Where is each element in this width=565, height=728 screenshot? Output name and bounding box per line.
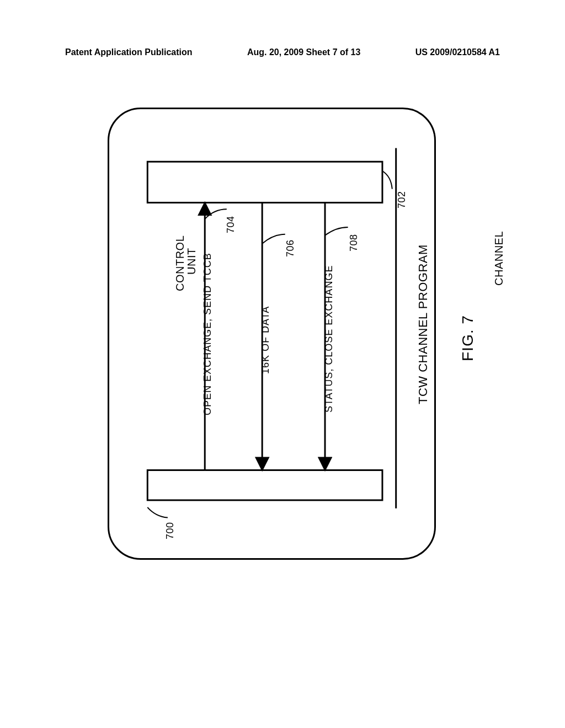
channel-label: CHANNEL [493, 231, 505, 286]
msg-data-label: 16K OF DATA [260, 306, 271, 374]
page: Patent Application Publication Aug. 20, … [0, 0, 565, 728]
header-center: Aug. 20, 2009 Sheet 7 of 13 [247, 47, 360, 57]
ref-704: 704 [225, 216, 237, 233]
ref-700: 700 [164, 522, 176, 539]
leader-708 [325, 227, 348, 235]
control-unit-box [147, 162, 382, 202]
leader-700 [147, 507, 168, 518]
figure-frame: TCW CHANNEL PROGRAM CHANNEL CONTROL UNIT… [108, 108, 436, 560]
leader-706 [262, 234, 285, 244]
ref-706: 706 [285, 239, 296, 257]
leader-702 [382, 171, 392, 189]
channel-box [147, 470, 382, 500]
control-unit-label-line1: CONTROL [174, 235, 186, 291]
msg-status-label: STATUS, CLOSE EXCHANGE [323, 265, 335, 413]
leader-704 [205, 209, 227, 219]
ref-702: 702 [396, 191, 408, 208]
diagram-svg [109, 109, 434, 558]
control-unit-label-line2: UNIT [185, 248, 198, 275]
header-right: US 2009/0210584 A1 [415, 47, 500, 57]
msg-open-label: OPEN EXCHANGE, SEND TCCB [202, 253, 214, 415]
ref-708: 708 [348, 234, 360, 251]
diagram-title: TCW CHANNEL PROGRAM [416, 244, 430, 404]
figure-caption: FIG. 7 [459, 315, 477, 361]
page-header: Patent Application Publication Aug. 20, … [65, 47, 500, 57]
header-left: Patent Application Publication [65, 47, 193, 57]
